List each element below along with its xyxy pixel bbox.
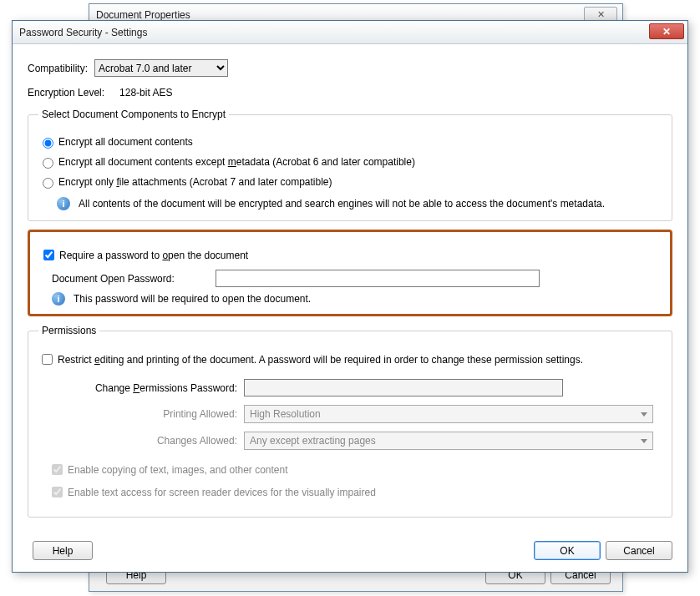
restrict-editing-row[interactable]: Restrict editing and printing of the doc…	[38, 351, 662, 367]
encrypt-except-metadata-row[interactable]: Encrypt all document contents except met…	[38, 155, 662, 169]
encrypt-all-radio[interactable]	[43, 138, 53, 149]
front-dialog-title: Password Security - Settings	[19, 27, 147, 38]
encrypt-attachments-radio[interactable]	[43, 178, 53, 189]
enable-screenreader-checkbox	[52, 487, 63, 498]
enable-screenreader-label: Enable text access for screen reader dev…	[68, 487, 376, 498]
encryption-level-label: Encryption Level:	[28, 87, 104, 98]
printing-allowed-label: Printing Allowed:	[89, 408, 237, 420]
printing-allowed-row: Printing Allowed: High Resolution	[89, 405, 662, 423]
restrict-editing-checkbox[interactable]	[42, 354, 53, 365]
encrypt-components-legend: Select Document Components to Encrypt	[38, 109, 229, 120]
require-open-password-label: Require a password to open the document	[59, 250, 248, 261]
encrypt-all-row[interactable]: Encrypt all document contents	[38, 135, 662, 149]
changes-allowed-select: Any except extracting pages	[244, 432, 653, 450]
enable-screenreader-row: Enable text access for screen reader dev…	[48, 484, 662, 500]
help-button[interactable]: Help	[33, 541, 93, 560]
encrypt-attachments-label: Encrypt only file attachments (Acrobat 7…	[58, 176, 332, 188]
compatibility-row: Compatibility: Acrobat 7.0 and later	[28, 59, 672, 77]
encrypt-all-label: Encrypt all document contents	[58, 136, 193, 148]
front-dialog-footer: Help OK Cancel	[28, 541, 672, 560]
enable-copying-label: Enable copying of text, images, and othe…	[68, 464, 288, 476]
dialog-content: Compatibility: Acrobat 7.0 and later Enc…	[13, 44, 687, 572]
close-icon: ✕	[597, 9, 605, 20]
changes-allowed-row: Changes Allowed: Any except extracting p…	[89, 432, 662, 450]
cancel-button[interactable]: Cancel	[606, 541, 672, 560]
encrypt-attachments-row[interactable]: Encrypt only file attachments (Acrobat 7…	[38, 175, 662, 189]
encryption-level-value: 128-bit AES	[119, 87, 172, 98]
info-icon: i	[57, 197, 70, 210]
change-permissions-password-label: Change Permissions Password:	[63, 382, 237, 394]
restrict-editing-label: Restrict editing and printing of the doc…	[58, 354, 583, 366]
open-password-info-row: i This password will be required to open…	[52, 292, 660, 306]
require-open-password-row[interactable]: Require a password to open the document	[40, 247, 660, 263]
encrypt-info-text: All contents of the document will be enc…	[79, 198, 605, 210]
permissions-legend: Permissions	[38, 325, 99, 336]
require-open-password-checkbox[interactable]	[43, 250, 54, 260]
open-password-section: Require a password to open the document …	[28, 230, 672, 316]
encrypt-except-metadata-radio[interactable]	[43, 158, 53, 169]
info-icon: i	[52, 292, 65, 306]
back-dialog-title: Document Properties	[96, 9, 190, 21]
enable-copying-checkbox	[52, 464, 63, 475]
encrypt-except-metadata-label: Encrypt all document contents except met…	[58, 156, 415, 168]
document-open-password-label: Document Open Password:	[52, 273, 216, 285]
permissions-group: Permissions Restrict editing and printin…	[28, 325, 672, 518]
front-titlebar: Password Security - Settings ✕	[13, 21, 687, 44]
password-security-dialog: Password Security - Settings ✕ Compatibi…	[12, 20, 688, 573]
document-open-password-field[interactable]	[216, 270, 540, 287]
encryption-level-row: Encryption Level: 128-bit AES	[28, 87, 672, 98]
change-permissions-password-field	[244, 379, 563, 396]
change-permissions-password-row: Change Permissions Password:	[63, 379, 662, 396]
compatibility-label: Compatibility:	[28, 63, 88, 74]
encrypt-components-group: Select Document Components to Encrypt En…	[28, 109, 672, 221]
encrypt-info-row: i All contents of the document will be e…	[57, 197, 662, 210]
front-close-button[interactable]: ✕	[649, 23, 684, 39]
enable-copying-row: Enable copying of text, images, and othe…	[48, 462, 662, 477]
compatibility-select[interactable]: Acrobat 7.0 and later	[94, 59, 228, 77]
printing-allowed-select: High Resolution	[244, 405, 653, 423]
ok-button[interactable]: OK	[534, 541, 601, 560]
open-password-info-text: This password will be required to open t…	[74, 293, 311, 305]
changes-allowed-label: Changes Allowed:	[89, 435, 237, 447]
document-open-password-row: Document Open Password:	[52, 270, 660, 287]
close-icon: ✕	[662, 26, 671, 38]
